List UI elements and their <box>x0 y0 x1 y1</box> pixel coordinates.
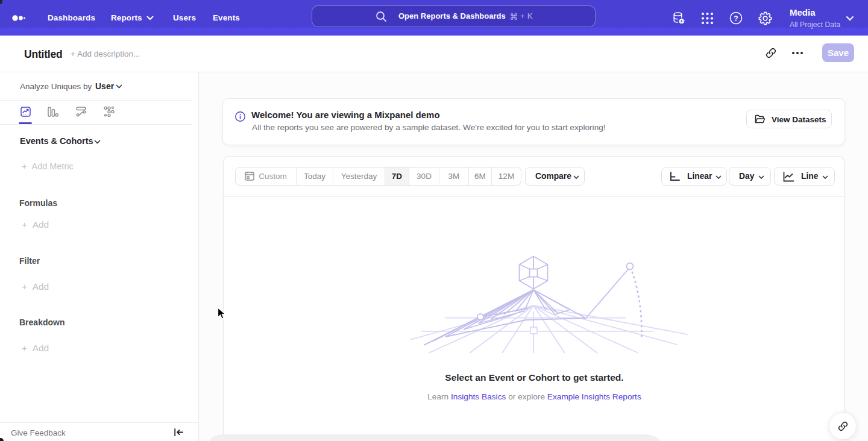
svg-text:?: ? <box>734 14 738 23</box>
